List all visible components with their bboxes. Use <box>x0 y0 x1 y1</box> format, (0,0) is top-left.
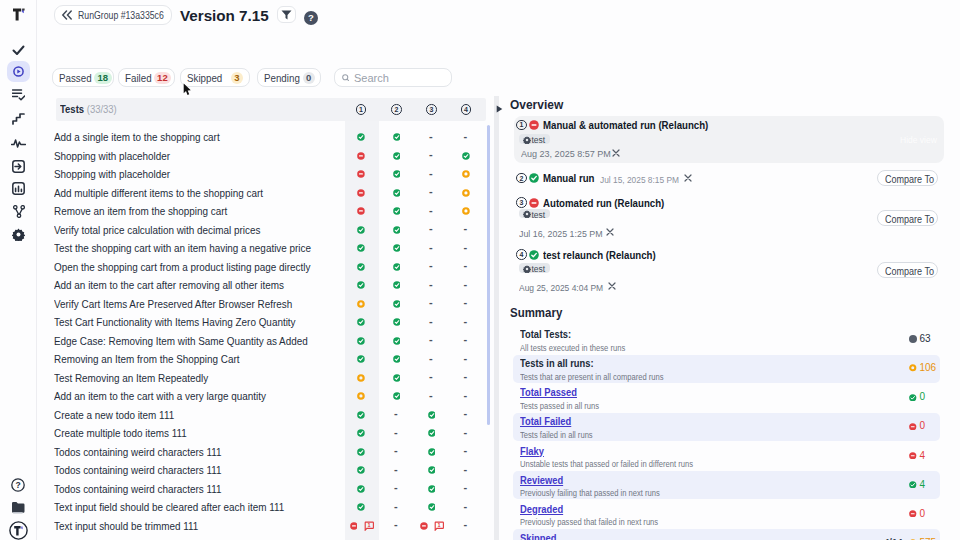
svg-text:?: ? <box>15 480 20 490</box>
svg-text:1: 1 <box>367 522 370 528</box>
svg-text:1: 1 <box>437 522 440 528</box>
